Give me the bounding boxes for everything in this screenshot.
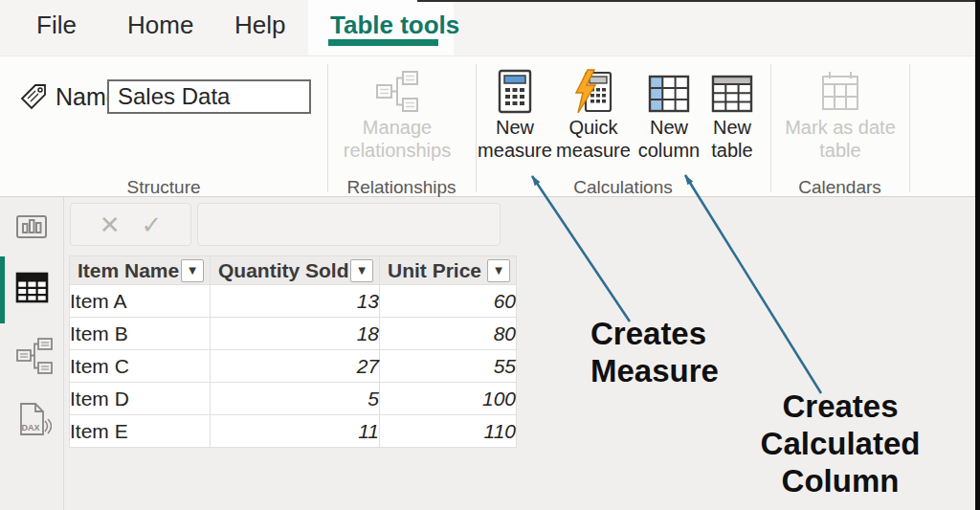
- cell-item[interactable]: Item E: [70, 415, 211, 448]
- sidebar-divider: [63, 197, 64, 510]
- new-measure-label: New measure: [477, 116, 553, 162]
- new-column-icon: [647, 60, 691, 114]
- cell-price[interactable]: 55: [380, 350, 517, 383]
- svg-text:DAX: DAX: [22, 423, 40, 432]
- column-header-quantity-sold[interactable]: Quantity Sold ▼: [211, 256, 380, 285]
- quick-measure-button[interactable]: Quick measure: [555, 60, 632, 173]
- ribbon-tab-strip: File Home Help Table tools: [0, 0, 980, 55]
- cell-item[interactable]: Item B: [70, 318, 211, 350]
- quick-measure-icon: [572, 60, 614, 114]
- table-view-icon[interactable]: [15, 272, 49, 307]
- new-table-icon: [710, 60, 754, 114]
- cancel-icon: ✕: [100, 212, 121, 237]
- data-table: Item Name ▼ Quantity Sold ▼ Unit Price: [69, 255, 517, 448]
- table-row: Item A 13 60: [70, 285, 517, 318]
- dax-query-view-icon[interactable]: DAX: [15, 400, 52, 442]
- filter-button-unit-price[interactable]: ▼: [487, 259, 510, 282]
- filter-button-item-name[interactable]: ▼: [181, 259, 204, 282]
- new-measure-icon: [496, 60, 534, 114]
- tag-icon: [19, 82, 48, 111]
- active-tab-underline: [328, 39, 438, 46]
- table-row: Item C 27 55: [70, 350, 517, 383]
- table-row: Item E 11 110: [70, 415, 517, 448]
- column-header-unit-price[interactable]: Unit Price ▼: [380, 256, 517, 285]
- cell-item[interactable]: Item D: [70, 383, 211, 415]
- cell-price[interactable]: 80: [380, 318, 517, 350]
- tab-file[interactable]: File: [36, 11, 77, 40]
- annotation-creates-measure: Creates Measure: [590, 315, 719, 389]
- tab-home[interactable]: Home: [127, 11, 193, 40]
- tab-table-tools[interactable]: Table tools: [330, 11, 459, 40]
- cell-price[interactable]: 110: [380, 415, 517, 448]
- mark-as-date-table-icon: [818, 60, 862, 114]
- new-table-label: New table: [704, 116, 760, 162]
- group-label-calendars: Calendars: [770, 177, 909, 198]
- cell-qty[interactable]: 18: [211, 318, 380, 350]
- active-view-indicator: [0, 256, 5, 323]
- filter-arrow-icon: ▼: [358, 266, 366, 276]
- ribbon: Name Structure Manage relationships Rela…: [0, 55, 980, 197]
- new-measure-button[interactable]: New measure: [477, 60, 553, 173]
- formula-bar-input[interactable]: [197, 203, 501, 246]
- cell-price[interactable]: 60: [380, 285, 517, 318]
- tab-help[interactable]: Help: [234, 11, 285, 40]
- manage-relationships-label: Manage relationships: [341, 116, 454, 162]
- cell-qty[interactable]: 11: [211, 415, 380, 448]
- filter-arrow-icon: ▼: [189, 266, 196, 276]
- cell-qty[interactable]: 13: [211, 285, 380, 318]
- filter-button-quantity-sold[interactable]: ▼: [350, 259, 373, 282]
- table-name-input[interactable]: [107, 79, 311, 114]
- mark-as-date-table-button: Mark as date table: [783, 60, 898, 173]
- column-header-item-name[interactable]: Item Name ▼: [70, 256, 211, 285]
- cell-item[interactable]: Item A: [70, 285, 211, 318]
- annotation-creates-calculated-column: Creates Calculated Column: [704, 388, 976, 499]
- model-view-icon[interactable]: [15, 337, 54, 379]
- commit-icon: ✓: [142, 212, 163, 237]
- new-table-button[interactable]: New table: [704, 60, 760, 173]
- table-row: Item B 18 80: [70, 318, 517, 350]
- table-row: Item D 5 100: [70, 383, 517, 415]
- group-label-calculations: Calculations: [476, 177, 770, 198]
- screenshot-right-edge: [975, 0, 980, 510]
- screenshot-top-edge: [417, 0, 980, 2]
- table-header-row: Item Name ▼ Quantity Sold ▼ Unit Price: [70, 256, 517, 285]
- filter-arrow-icon: ▼: [495, 266, 502, 276]
- mark-as-date-table-label: Mark as date table: [783, 116, 898, 162]
- quick-measure-label: Quick measure: [555, 116, 632, 162]
- cell-price[interactable]: 100: [380, 383, 517, 415]
- group-label-structure: Structure: [0, 177, 327, 198]
- group-divider: [770, 64, 771, 192]
- group-divider: [909, 64, 910, 192]
- formula-commit-toolbar: ✕ ✓: [70, 203, 191, 246]
- cell-item[interactable]: Item C: [70, 350, 211, 383]
- group-label-relationships: Relationships: [327, 177, 476, 198]
- new-column-label: New column: [635, 116, 702, 162]
- cell-qty[interactable]: 5: [211, 383, 380, 415]
- group-divider: [327, 64, 328, 192]
- new-column-button[interactable]: New column: [635, 60, 702, 173]
- manage-relationships-button: Manage relationships: [341, 60, 454, 173]
- report-view-icon[interactable]: [15, 211, 48, 243]
- manage-relationships-icon: [375, 60, 419, 114]
- cell-qty[interactable]: 27: [211, 350, 380, 383]
